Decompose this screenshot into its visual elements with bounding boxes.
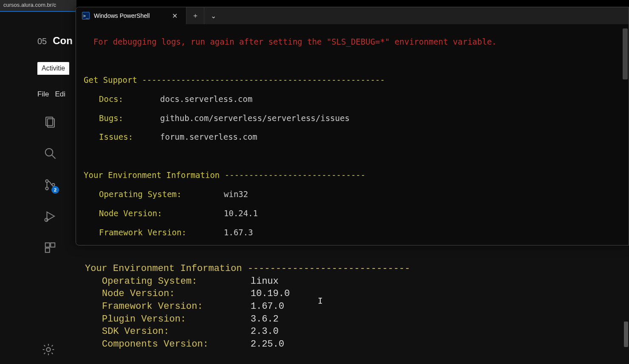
search-icon[interactable] xyxy=(44,147,56,160)
support-bugs-val: github.com/serverless/serverless/issues xyxy=(160,113,350,123)
bg-os-key: Operating System: xyxy=(85,275,251,288)
env-node-val: 10.24.1 xyxy=(224,209,258,218)
extensions-icon[interactable] xyxy=(44,241,56,254)
env-fw-key: Framework Version: xyxy=(84,228,224,237)
course-step-number: 05 xyxy=(37,37,47,46)
bg-comp-key: Components Version: xyxy=(85,338,251,351)
bg-sdk-key: SDK Version: xyxy=(85,325,251,338)
terminal-tab-title: Windows PowerShell xyxy=(94,12,150,19)
support-header: Get Support xyxy=(84,75,137,85)
svg-rect-10 xyxy=(51,243,55,247)
env-header: Your Environment Information xyxy=(84,170,220,180)
svg-point-12 xyxy=(46,347,50,351)
tab-close-icon[interactable]: ✕ xyxy=(169,11,180,21)
vscode-activitybar: 2 xyxy=(37,105,63,254)
svg-rect-11 xyxy=(45,248,50,252)
menu-edit[interactable]: Edi xyxy=(55,90,65,99)
terminal-tabbar: >_ Windows PowerShell ✕ ＋ ⌄ xyxy=(76,7,629,24)
settings-gear-icon[interactable] xyxy=(42,343,55,358)
support-dashes: ----------------------------------------… xyxy=(142,75,385,85)
activities-tab[interactable]: Activitie xyxy=(37,62,69,75)
powershell-icon: >_ xyxy=(82,12,90,20)
scm-badge: 2 xyxy=(51,186,59,194)
debug-hint-line: For debugging logs, run again after sett… xyxy=(84,37,623,46)
env-os-key: Operating System: xyxy=(84,189,224,199)
vscode-menubar: File Edi xyxy=(37,90,65,99)
support-docs-key: Docs: xyxy=(84,94,160,104)
text-cursor-icon: I xyxy=(318,296,323,306)
support-bugs-key: Bugs: xyxy=(84,113,160,123)
course-step-heading: 05 Con xyxy=(37,35,73,47)
bg-env-header: Your Environment Information xyxy=(85,263,242,274)
terminal-scrollbar-thumb[interactable] xyxy=(623,28,628,79)
svg-point-5 xyxy=(45,187,48,190)
support-issues-key: Issues: xyxy=(84,132,160,141)
bg-node-key: Node Version: xyxy=(85,288,251,300)
bg-plugin-val: 3.6.2 xyxy=(251,313,279,326)
page-scrollbar-thumb[interactable] xyxy=(624,322,628,347)
course-step-title: Con xyxy=(53,35,73,47)
bg-sdk-val: 2.3.0 xyxy=(251,325,279,338)
svg-line-3 xyxy=(52,155,56,159)
svg-point-2 xyxy=(45,149,53,156)
bg-fw-val: 1.67.0 xyxy=(251,300,284,313)
svg-rect-9 xyxy=(45,243,50,247)
windows-terminal-window: >_ Windows PowerShell ✕ ＋ ⌄ For debuggin… xyxy=(76,7,629,245)
env-node-key: Node Version: xyxy=(84,209,224,218)
browser-url[interactable]: cursos.alura.com.br/c xyxy=(0,0,76,12)
bg-comp-val: 2.25.0 xyxy=(251,338,284,351)
support-issues-val: forum.serverless.com xyxy=(160,132,257,141)
run-debug-icon[interactable] xyxy=(44,210,56,223)
source-control-icon[interactable]: 2 xyxy=(44,178,56,191)
support-docs-val: docs.serverless.com xyxy=(160,94,252,104)
env-fw-val: 1.67.3 xyxy=(224,228,253,237)
bg-node-val: 10.19.0 xyxy=(251,288,290,300)
env-dashes: ----------------------------- xyxy=(225,170,366,180)
tab-dropdown-icon[interactable]: ⌄ xyxy=(204,7,222,24)
terminal-body[interactable]: For debugging logs, run again after sett… xyxy=(76,24,629,245)
explorer-icon[interactable] xyxy=(44,116,56,128)
background-terminal-output: Your Environment Information -----------… xyxy=(85,262,612,351)
bg-fw-key: Framework Version: xyxy=(85,300,251,313)
bg-os-val: linux xyxy=(251,275,279,288)
bg-env-dashes: ----------------------------- xyxy=(248,263,410,274)
svg-point-4 xyxy=(45,180,48,182)
bg-plugin-key: Plugin Version: xyxy=(85,313,251,326)
terminal-tab-powershell[interactable]: >_ Windows PowerShell ✕ xyxy=(76,7,186,24)
new-tab-button[interactable]: ＋ xyxy=(186,7,204,24)
env-os-val: win32 xyxy=(224,189,248,199)
menu-file[interactable]: File xyxy=(37,90,49,99)
